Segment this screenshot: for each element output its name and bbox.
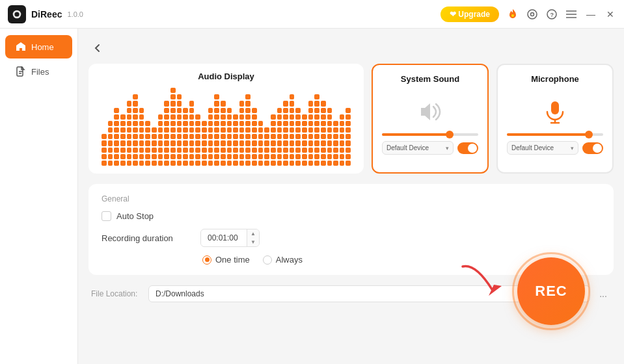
bar-segment <box>102 148 107 153</box>
bar-segment <box>245 108 251 113</box>
bar-segment <box>177 148 182 153</box>
close-button[interactable]: ✕ <box>604 8 616 20</box>
back-button[interactable] <box>88 39 107 57</box>
bar-segment <box>133 108 138 113</box>
audio-bar <box>133 94 138 166</box>
bar-segment <box>239 121 245 126</box>
file-more-button[interactable]: ... <box>595 286 611 302</box>
bar-segment <box>321 108 326 113</box>
title-bar-right: ❤ Upgrade ? — ✕ <box>441 6 616 22</box>
bar-segment <box>102 154 107 159</box>
bar-segment <box>302 127 307 133</box>
audio-bar <box>145 121 150 166</box>
bar-segment <box>114 134 119 139</box>
help-icon[interactable]: ? <box>546 8 558 20</box>
bar-segment <box>283 108 288 113</box>
bar-segment <box>245 114 251 120</box>
audio-bar <box>290 94 295 166</box>
flame-icon[interactable] <box>507 8 519 20</box>
bar-segment <box>314 161 319 166</box>
bar-segment <box>195 154 200 159</box>
bar-segment <box>227 140 232 146</box>
bar-segment <box>346 114 351 120</box>
settings-icon[interactable] <box>526 8 538 20</box>
arrow-pointer <box>456 260 508 299</box>
bar-segment <box>245 161 251 166</box>
bar-segment <box>164 148 169 153</box>
app-logo <box>8 5 26 23</box>
bar-segment <box>327 114 332 120</box>
bar-segment <box>321 114 326 120</box>
bar-segment <box>327 127 332 133</box>
bar-segment <box>139 140 144 146</box>
menu-icon[interactable] <box>565 8 577 20</box>
system-device-select[interactable]: Default Device ▾ <box>382 141 454 155</box>
mic-device-select[interactable]: Default Device ▾ <box>507 141 578 155</box>
upgrade-button[interactable]: ❤ Upgrade <box>441 6 499 22</box>
always-radio[interactable] <box>263 255 272 265</box>
bar-segment <box>321 154 326 159</box>
bar-segment <box>183 148 188 153</box>
bar-segment <box>189 148 195 153</box>
bar-segment <box>252 140 257 146</box>
audio-bar <box>195 114 200 166</box>
bar-segment <box>264 127 269 133</box>
bar-segment <box>264 140 269 146</box>
bar-segment <box>214 134 219 139</box>
microphone-slider[interactable] <box>507 133 603 136</box>
audio-bar <box>264 127 269 166</box>
duration-value-field[interactable] <box>201 231 247 245</box>
duration-up-button[interactable]: ▲ <box>247 229 259 238</box>
one-time-radio[interactable] <box>202 255 211 265</box>
bar-segment <box>227 134 232 139</box>
bar-segment <box>340 161 345 166</box>
bar-segment <box>170 134 176 139</box>
one-time-option[interactable]: One time <box>202 255 250 265</box>
bar-segment <box>340 134 345 139</box>
rec-label: REC <box>535 283 567 300</box>
bar-segment <box>314 121 319 126</box>
bar-segment <box>120 140 126 146</box>
audio-bar <box>327 108 332 166</box>
bar-segment <box>327 134 332 139</box>
audio-bar <box>214 94 219 166</box>
bar-segment <box>258 121 264 126</box>
bar-segment <box>283 134 288 139</box>
bar-segment <box>152 140 157 146</box>
bar-segment <box>277 154 282 159</box>
bar-segment <box>158 161 163 166</box>
system-sound-toggle[interactable] <box>457 142 478 154</box>
sidebar-item-home[interactable]: Home <box>5 35 72 58</box>
always-option[interactable]: Always <box>263 255 303 265</box>
audio-bar <box>127 101 132 166</box>
bar-segment <box>295 127 301 133</box>
bar-segment <box>170 88 176 93</box>
bar-segment <box>108 148 113 153</box>
sidebar-item-files[interactable]: Files <box>5 60 72 83</box>
rec-button[interactable]: REC <box>517 257 585 325</box>
audio-bar <box>102 134 107 166</box>
bar-segment <box>189 101 195 106</box>
bar-segment <box>314 108 319 113</box>
bar-segment <box>208 148 213 153</box>
bar-segment <box>308 161 314 166</box>
bar-segment <box>221 127 226 133</box>
duration-down-button[interactable]: ▼ <box>247 238 259 246</box>
bar-segment <box>170 148 176 153</box>
system-sound-slider[interactable] <box>382 133 478 136</box>
bar-segment <box>195 121 200 126</box>
bar-segment <box>214 121 219 126</box>
bar-segment <box>321 101 326 106</box>
bar-segment <box>164 154 169 159</box>
bar-segment <box>164 134 169 139</box>
bar-segment <box>239 161 245 166</box>
auto-stop-checkbox[interactable] <box>102 211 111 221</box>
bar-segment <box>120 134 126 139</box>
audio-bar <box>189 101 195 166</box>
bar-segment <box>133 134 138 139</box>
minimize-button[interactable]: — <box>585 8 597 20</box>
bar-segment <box>233 154 238 159</box>
bar-segment <box>321 134 326 139</box>
bar-segment <box>202 134 207 139</box>
microphone-toggle[interactable] <box>582 142 603 154</box>
